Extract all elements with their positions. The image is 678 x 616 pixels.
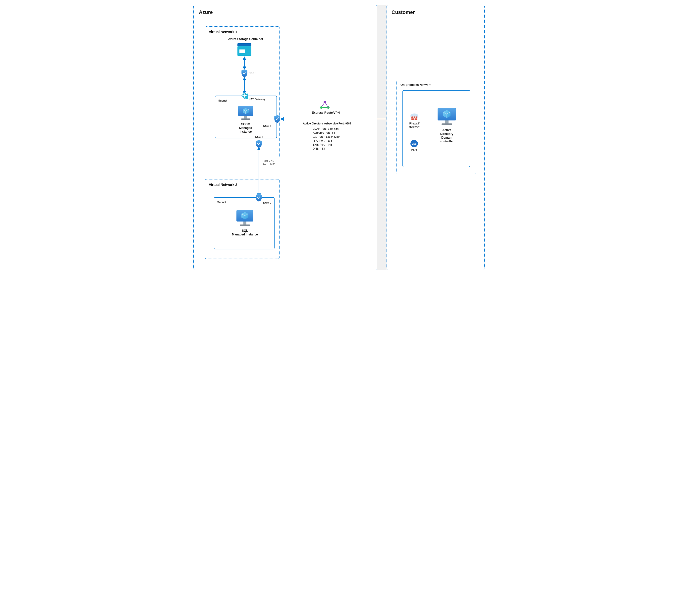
express-route-icon [320,101,330,110]
port-2: GC Port = 3268/ 3269 [313,135,339,139]
nsg2-shield [255,193,263,202]
sql-label2: Managed Instance [232,233,258,236]
ad-l3: Domain [441,136,452,140]
nsg1-right-label: NSG 1 [263,124,271,127]
vnet2-title: Virtual Network 2 [209,183,237,187]
nat-gateway-label: NAT Gateway [249,98,265,101]
divider-strip [377,5,386,270]
nsg1-bottom-label: NSG 1 [255,136,263,139]
nsg1-bottom-shield [255,140,263,148]
port-3: RPC Port = 135 [313,139,339,143]
onprem-title: On-premises Network [401,83,431,87]
port-5: DNS = 53 [313,147,339,151]
ad-ws-label: Active Directory webservice Port: 9389 [303,122,351,125]
vnet1-title: Virtual Network 1 [209,30,237,34]
nat-gateway-icon [241,92,248,99]
svg-text:DNS: DNS [412,143,416,145]
customer-title: Customer [391,9,415,15]
svg-rect-15 [244,116,247,118]
svg-rect-40 [442,123,452,125]
scom-label2: Managed Instance [233,126,258,133]
svg-rect-20 [243,222,247,225]
svg-rect-0 [237,43,251,46]
nsg1-top-label: NSG 1 [249,72,257,75]
storage-label: Azure Storage Container [223,37,268,41]
svg-rect-16 [241,118,250,120]
nsg1-right-shield [273,114,281,123]
nsg2-label: NSG 2 [263,202,271,204]
scom-mi-icon: SCOM Managed Instance [233,105,258,133]
sql-mi-icon: SQL Managed Instance [231,209,259,236]
ad-l2: Directory [440,132,453,136]
ad-l4: controller [440,140,453,143]
port-0: LDAP Port : 389/ 636 [313,127,339,131]
port-4: SMB Port = 445 [313,143,339,147]
sql-label1: SQL [242,229,248,233]
peer-label2: Port : 1433 [263,163,275,166]
svg-rect-21 [240,225,250,226]
diagram-canvas: Azure Customer Virtual Network 1 Azure S… [193,5,485,270]
firewall-label: Firewall/ gateway [409,122,420,128]
dns-icon: DNS DNS [408,140,420,152]
nsg1-top-shield [241,69,248,78]
firewall-icon: Firewall/ gateway [407,113,422,128]
svg-rect-39 [445,120,449,123]
svg-rect-3 [239,49,245,50]
express-route-label: Express Route/VPN [311,111,341,114]
svg-line-27 [321,102,325,108]
ad-dc-icon: Active Directory Domain controller [432,107,462,143]
svg-line-28 [325,102,328,108]
vnet2-subnet-label: Subnet [217,201,226,203]
vnet1-subnet-label: Subnet [218,99,227,102]
ad-l1: Active [442,128,451,132]
ports-list: LDAP Port : 389/ 636 Kerberos Port : 88 … [313,127,339,151]
port-1: Kerberos Port : 88 [313,131,339,135]
peer-label1: Peer VNET [263,159,276,162]
storage-container-icon [237,43,252,56]
dns-label: DNS [411,149,417,152]
azure-title: Azure [199,9,213,15]
scom-label1: SCOM [241,122,250,126]
